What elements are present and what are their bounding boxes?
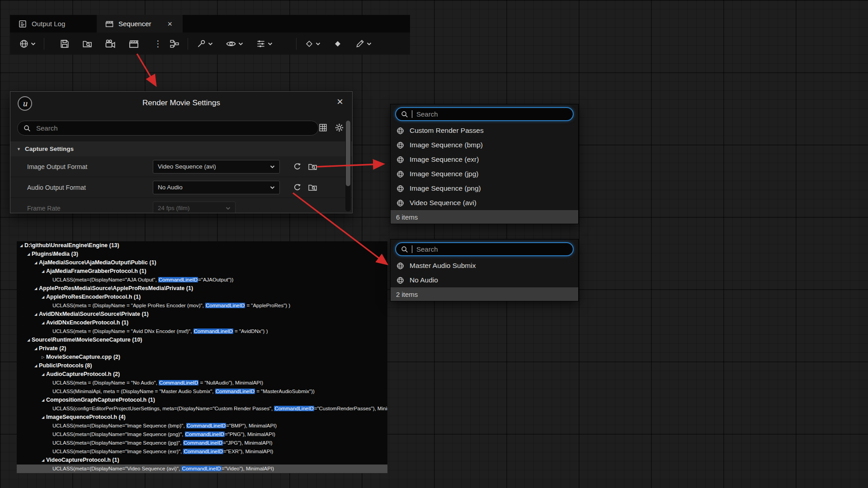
expander-icon[interactable]: ◢ <box>40 396 46 404</box>
expander-icon[interactable]: ◢ <box>40 319 46 327</box>
keyframe-diamond-icon <box>305 39 314 48</box>
tree-file-row[interactable]: ◢AjaMediaFrameGrabberProtocol.h (1) <box>17 267 387 276</box>
tree-folder-row[interactable]: ◢AppleProResMedia\Source\AppleProResMedi… <box>17 284 387 293</box>
code-result-row[interactable]: UCLASS(meta=(DisplayName="Image Sequence… <box>17 430 387 439</box>
code-result-row[interactable]: UCLASS(meta=(DisplayName="AJA Output", C… <box>17 276 387 284</box>
code-result-row[interactable]: UCLASS(meta=(DisplayName="Image Sequence… <box>17 422 387 430</box>
tree-folder-row[interactable]: ◢AjaMedia\Source\AjaMediaOutput\Public (… <box>17 258 387 267</box>
settings-search-box[interactable] <box>17 121 319 136</box>
autokey-button[interactable] <box>330 37 345 51</box>
tree-folder-label: AvidDNxMedia\Source\Source\Private (1) <box>39 310 149 319</box>
expander-icon[interactable]: ◢ <box>25 336 32 344</box>
column-view-icon[interactable] <box>318 123 328 132</box>
list-item[interactable]: Image Sequence (jpg) <box>391 167 578 181</box>
create-camera-button[interactable] <box>102 36 118 52</box>
search-match-highlight: CommandLineID <box>183 449 223 454</box>
gear-icon[interactable] <box>335 123 344 132</box>
use-selected-asset-icon[interactable] <box>292 162 302 171</box>
render-movie-button[interactable] <box>126 36 142 52</box>
keyframe-options-button[interactable] <box>302 37 323 51</box>
edit-mode-button[interactable] <box>352 37 374 51</box>
dialog-title-bar[interactable]: u Render Movie Settings × <box>10 92 352 116</box>
image-output-format-dropdown[interactable]: Video Sequence (avi) <box>153 160 280 174</box>
browse-asset-icon[interactable] <box>308 183 317 192</box>
list-item[interactable]: Image Sequence (bmp) <box>391 138 578 152</box>
sliders-icon <box>256 39 266 49</box>
code-result-row[interactable]: UCLASS(meta = (DisplayName = "Apple ProR… <box>17 301 387 310</box>
expander-icon[interactable]: ▷ <box>40 353 46 361</box>
world-icon <box>19 39 29 49</box>
popup-search-input[interactable] <box>415 245 568 253</box>
popup-search-input[interactable] <box>415 110 568 118</box>
list-item[interactable]: No Audio <box>391 273 578 287</box>
tree-folder-row[interactable]: ◢Source\Runtime\MovieSceneCapture (10) <box>17 336 387 344</box>
close-tab-icon[interactable]: × <box>168 20 173 28</box>
code-result-row[interactable]: UCLASS(config=EditorPerProjectUserSettin… <box>17 404 387 413</box>
tree-file-row[interactable]: ◢VideoCaptureProtocol.h (1) <box>17 456 387 465</box>
view-options-button[interactable] <box>223 36 246 52</box>
expander-icon[interactable]: ◢ <box>40 293 46 301</box>
use-selected-asset-icon[interactable] <box>292 183 302 192</box>
tree-file-row[interactable]: ◢CompositionGraphCaptureProtocol.h (1) <box>17 396 387 404</box>
expander-icon[interactable]: ◢ <box>33 310 39 319</box>
tree-folder-row[interactable]: ◢AvidDNxMedia\Source\Source\Private (1) <box>17 310 387 319</box>
code-result-row[interactable]: UCLASS(MinimalApi, meta = (DisplayName =… <box>17 387 387 396</box>
sequencer-settings-button[interactable] <box>193 37 216 51</box>
tree-folder-row[interactable]: ◢Public\Protocols (8) <box>17 361 387 370</box>
expander-icon[interactable]: ◢ <box>33 284 39 293</box>
playback-options-button[interactable] <box>253 37 275 51</box>
tree-folder-row[interactable]: ◢Plugins\Media (3) <box>17 250 387 258</box>
tree-file-row[interactable]: ◢AppleProResEncoderProtocol.h (1) <box>17 293 387 301</box>
expander-icon[interactable]: ◢ <box>40 413 46 422</box>
chevron-down-icon <box>208 42 213 46</box>
close-dialog-icon[interactable]: × <box>337 96 343 107</box>
list-item[interactable]: Master Audio Submix <box>391 258 578 273</box>
tab-output-log[interactable]: Output Log <box>10 15 96 33</box>
expander-icon[interactable]: ◢ <box>40 267 46 276</box>
search-match-highlight: CommandLineID <box>274 406 314 411</box>
tree-folder-row[interactable]: ◢Private (2) <box>17 344 387 353</box>
expander-icon[interactable]: ◢ <box>33 361 39 370</box>
expander-icon[interactable]: ◢ <box>33 344 39 353</box>
code-result-row[interactable]: UCLASS(meta=(DisplayName="Image Sequence… <box>17 439 387 447</box>
frame-rate-dropdown: 24 fps (film) <box>153 202 236 214</box>
expander-icon[interactable]: ◢ <box>25 250 32 258</box>
scrollbar-thumb[interactable] <box>346 121 350 186</box>
audio-output-format-dropdown[interactable]: No Audio <box>153 181 280 194</box>
dropdown-value: No Audio <box>158 184 183 191</box>
capture-settings-section-header[interactable]: ▼ Capture Settings <box>10 141 352 156</box>
list-item[interactable]: Image Sequence (png) <box>391 181 578 196</box>
expander-icon[interactable]: ◢ <box>40 456 46 465</box>
hierarchy-icon <box>170 39 179 49</box>
popup-search-box[interactable] <box>395 107 574 121</box>
tree-folder-row[interactable]: ◢D:\github\UnrealEngine\Engine (13) <box>17 241 387 250</box>
world-button[interactable] <box>16 37 38 51</box>
tree-file-row[interactable]: ▷MovieSceneCapture.cpp (2) <box>17 353 387 361</box>
more-options-button[interactable]: ⋮ <box>149 37 167 50</box>
expander-icon[interactable]: ◢ <box>33 258 39 267</box>
dialog-scrollbar[interactable] <box>345 121 351 211</box>
setting-label: Frame Rate <box>27 205 61 212</box>
code-result-row-selected[interactable]: UCLASS(meta=(DisplayName="Video Sequence… <box>17 465 387 473</box>
code-line: UCLASS(meta=(DisplayName="Image Sequence… <box>52 430 275 439</box>
tree-file-row[interactable]: ◢AudioCaptureProtocol.h (2) <box>17 370 387 379</box>
browse-content-button[interactable] <box>80 37 95 51</box>
section-caret-icon: ▼ <box>17 147 21 151</box>
code-result-row[interactable]: UCLASS(meta=(DisplayName="Image Sequence… <box>17 447 387 456</box>
code-result-row[interactable]: UCLASS(meta = (DisplayName = "Avid DNx E… <box>17 327 387 336</box>
asset-row-icons <box>292 183 317 192</box>
settings-search-input[interactable] <box>35 124 313 132</box>
list-item[interactable]: Image Sequence (exr) <box>391 152 578 167</box>
list-item[interactable]: Video Sequence (avi) <box>391 196 578 210</box>
tree-file-row[interactable]: ◢ImageSequenceProtocol.h (4) <box>17 413 387 422</box>
expander-icon[interactable]: ◢ <box>40 370 46 379</box>
popup-search-box[interactable] <box>395 242 574 256</box>
hierarchy-button[interactable] <box>167 37 182 51</box>
save-button[interactable] <box>57 37 72 51</box>
code-result-row[interactable]: UCLASS(meta = (DisplayName = "No Audio",… <box>17 379 387 387</box>
browse-asset-icon[interactable] <box>308 162 317 171</box>
tree-file-row[interactable]: ◢AvidDNxEncoderProtocol.h (1) <box>17 319 387 327</box>
expander-icon[interactable]: ◢ <box>18 241 24 250</box>
list-item[interactable]: Custom Render Passes <box>391 123 578 138</box>
tab-sequencer[interactable]: Sequencer × <box>97 15 183 33</box>
